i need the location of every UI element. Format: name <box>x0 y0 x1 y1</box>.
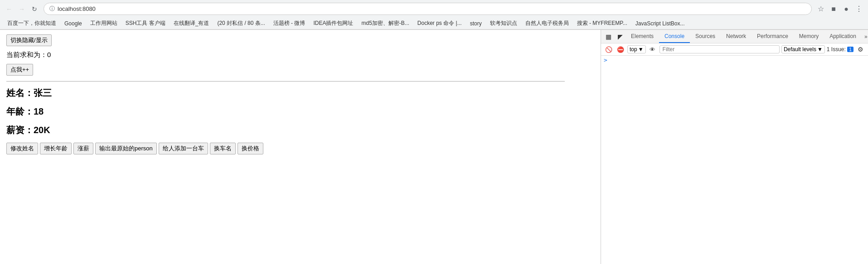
action-buttons: 修改姓名 增长年龄 涨薪 输出最原始的person 给人添加一台车 换车名 换价… <box>6 143 594 154</box>
nav-buttons: ← → ↻ <box>4 4 40 14</box>
person-salary-field: 薪资：20K <box>6 124 594 136</box>
change-car-name-button[interactable]: 换车名 <box>210 143 236 154</box>
bookmark-item[interactable]: JavaScript ListBox... <box>632 19 689 28</box>
menu-button[interactable]: ⋮ <box>853 4 864 14</box>
tab-performance[interactable]: Performance <box>752 30 794 43</box>
reload-button[interactable]: ↻ <box>29 4 40 14</box>
bookmark-item[interactable]: 工作用网站 <box>87 19 121 28</box>
bookmark-item[interactable]: (20 封私信 / 80 条... <box>213 19 268 28</box>
url-text: localhost:8080 <box>58 5 806 12</box>
tab-memory[interactable]: Memory <box>794 30 824 43</box>
salary-label: 薪资： <box>6 125 34 135</box>
output-person-button[interactable]: 输出最原始的person <box>95 143 157 154</box>
issue-count-badge: 1 Issue: 1 <box>827 46 853 53</box>
console-settings-button[interactable]: ⚙ <box>855 44 865 54</box>
person-info: 姓名：张三 年龄：18 薪资：20K <box>6 87 594 136</box>
sum-value: 0 <box>47 51 51 58</box>
toggle-visibility-button[interactable]: 切换隐藏/显示 <box>6 34 52 46</box>
bookmark-item[interactable]: IDEA插件包网址 <box>310 19 357 28</box>
back-button[interactable]: ← <box>4 4 15 14</box>
age-value: 18 <box>34 106 44 116</box>
devtools-left-icons: ▦ ◤ <box>603 30 626 43</box>
tab-elements[interactable]: Elements <box>626 30 659 43</box>
bookmark-item[interactable]: 活题榜 - 微博 <box>270 19 309 28</box>
default-levels-selector[interactable]: Default levels ▼ <box>781 45 825 53</box>
device-toggle-button[interactable]: ◤ <box>615 30 626 43</box>
console-eye-button[interactable]: 👁 <box>648 44 658 54</box>
default-levels-label: Default levels <box>784 46 816 53</box>
tab-sources[interactable]: Sources <box>690 30 721 43</box>
browser-toolbar: ← → ↻ ⓘ localhost:8080 ☆ ■ ● ⋮ <box>0 0 868 18</box>
default-levels-dropdown-icon: ▼ <box>817 46 823 53</box>
console-toolbar: 🚫 ⛔ top ▼ 👁 Default levels ▼ 1 Issue: 1 … <box>601 43 868 56</box>
bookmark-item[interactable]: Docker ps 命令 |... <box>414 19 466 28</box>
prompt-symbol: > <box>604 57 607 63</box>
devtools-toolbar: ▦ ◤ Elements Console Sources Network Per… <box>601 30 868 43</box>
context-dropdown-icon: ▼ <box>638 46 644 53</box>
person-name-field: 姓名：张三 <box>6 87 594 99</box>
browser-actions: ☆ ■ ● ⋮ <box>815 4 864 14</box>
bookmark-item[interactable]: 百度一下，你就知道 <box>4 19 60 28</box>
grow-age-button[interactable]: 增长年龄 <box>40 143 72 154</box>
console-prompt[interactable]: > <box>604 57 865 63</box>
lock-icon: ⓘ <box>49 5 55 13</box>
change-price-button[interactable]: 换价格 <box>238 143 263 154</box>
bookmark-item[interactable]: story <box>466 19 485 28</box>
increment-button[interactable]: 点我++ <box>6 64 33 76</box>
name-value: 张三 <box>34 88 52 98</box>
sum-prefix: 当前求和为： <box>6 51 47 58</box>
tab-network[interactable]: Network <box>721 30 752 43</box>
bookmark-item[interactable]: 在线翻译_有道 <box>170 19 213 28</box>
click-btn-container: 点我++ <box>6 64 594 76</box>
bookmark-star-button[interactable]: ☆ <box>815 4 826 14</box>
address-bar[interactable]: ⓘ localhost:8080 <box>44 3 812 15</box>
bookmark-item[interactable]: Google <box>61 19 86 28</box>
toggle-btn-container: 切换隐藏/显示 <box>6 34 594 46</box>
tab-console[interactable]: Console <box>659 30 690 43</box>
tab-application[interactable]: Application <box>824 30 862 43</box>
devtools-tabs: Elements Console Sources Network Perform… <box>626 30 868 43</box>
add-car-button[interactable]: 给人添加一台车 <box>159 143 208 154</box>
divider <box>6 81 565 82</box>
name-label: 姓名： <box>6 88 34 98</box>
bookmarks-bar: 百度一下，你就知道 Google 工作用网站 SSH工具 客户端 在线翻译_有道… <box>0 18 868 29</box>
devtools-panel: ▦ ◤ Elements Console Sources Network Per… <box>601 30 868 264</box>
profile-button[interactable]: ● <box>841 4 852 14</box>
bookmark-item[interactable]: 软考知识点 <box>486 19 521 28</box>
browser-chrome: ← → ↻ ⓘ localhost:8080 ☆ ■ ● ⋮ 百度一下，你就知道… <box>0 0 868 30</box>
clear-console-button[interactable]: 🚫 <box>604 44 614 54</box>
person-age-field: 年龄：18 <box>6 106 594 118</box>
bookmark-item[interactable]: SSH工具 客户端 <box>122 19 169 28</box>
modify-name-button[interactable]: 修改姓名 <box>6 143 38 154</box>
devtools-tabs-more[interactable]: » <box>862 30 868 43</box>
page-content: 切换隐藏/显示 当前求和为：0 点我++ 姓名：张三 年龄：18 薪资：20K … <box>0 30 601 264</box>
bookmark-item[interactable]: 搜索 - MYFREEMP... <box>573 19 631 28</box>
age-label: 年龄： <box>6 106 34 116</box>
pause-button[interactable]: ⛔ <box>616 44 626 54</box>
raise-salary-button[interactable]: 涨薪 <box>73 143 93 154</box>
issue-count: 1 <box>847 47 853 52</box>
forward-button[interactable]: → <box>16 4 27 14</box>
extensions-button[interactable]: ■ <box>828 4 839 14</box>
inspect-element-button[interactable]: ▦ <box>603 30 614 43</box>
bookmark-item[interactable]: 自然人电子税务局 <box>522 19 572 28</box>
context-label: top <box>630 46 637 53</box>
console-filter-input[interactable] <box>659 45 780 53</box>
sum-display: 当前求和为：0 <box>6 51 594 59</box>
console-content: > <box>601 56 868 264</box>
salary-value: 20K <box>34 125 50 135</box>
main-layout: 切换隐藏/显示 当前求和为：0 点我++ 姓名：张三 年龄：18 薪资：20K … <box>0 30 868 264</box>
bookmark-item[interactable]: md5加密、解密-B... <box>358 19 412 28</box>
issue-label: 1 Issue: <box>827 46 846 53</box>
console-context-selector[interactable]: top ▼ <box>627 45 646 53</box>
